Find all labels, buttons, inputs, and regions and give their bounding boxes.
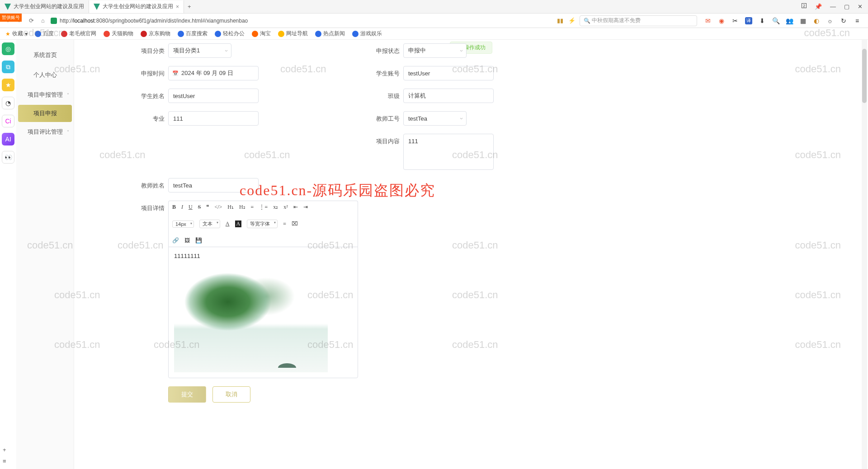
search-placeholder: 中秋假期高速不免费 (592, 17, 641, 24)
bookmark-item[interactable]: 百度 (35, 30, 54, 38)
download-icon[interactable]: ⬇ (759, 17, 766, 24)
address-bar: ‹ › ⟳ ⌂ http://localhost:8080/springboot… (0, 14, 868, 28)
refresh-icon[interactable]: ↻ (840, 17, 847, 24)
new-tab-button[interactable]: + (184, 3, 195, 10)
search-icon: 🔍 (584, 18, 590, 24)
home-button[interactable]: ⌂ (39, 17, 47, 24)
weibo-icon[interactable]: ◉ (718, 17, 725, 24)
bookmark-item[interactable]: 网址导航 (278, 30, 308, 38)
minimize-icon[interactable]: — (830, 3, 836, 10)
tab-favicon-icon (5, 4, 11, 10)
grid-icon[interactable]: ▦ (799, 17, 807, 24)
circle-icon[interactable]: ◐ (813, 17, 820, 24)
scissors-icon[interactable]: ✂ (731, 17, 739, 24)
bookmarks-bar: ★收藏 ▾ 百度 老毛桃官网 天猫购物 京东购物 百度搜索 轻松办公 淘宝 网址… (0, 28, 868, 40)
url-text: http://localhost:8080/springbootw6f1g/ad… (60, 18, 248, 24)
tab-favicon-icon (94, 4, 100, 10)
close-window-icon[interactable]: ✕ (858, 3, 863, 10)
toolbar-icons: ✉ ◉ ✂ 译 ⬇ 🔍 👥 ▦ ◐ ☼ ↻ ≡ (701, 17, 864, 24)
flash-icon[interactable]: ⚡ (568, 17, 576, 24)
bookmark-item[interactable]: 淘宝 (252, 30, 271, 38)
bookmark-item[interactable]: 天猫购物 (104, 30, 133, 38)
browser-titlebar: 大学生创业网站的建设及应用 大学生创业网站的建设及应用 × + 2 📌 — ▢ … (0, 0, 868, 14)
bookmark-item[interactable]: 京东购物 (141, 30, 170, 38)
bookmark-item[interactable]: 游戏娱乐 (352, 30, 382, 38)
mail-icon[interactable]: ✉ (704, 17, 712, 24)
reload-button[interactable]: ⟳ (27, 17, 35, 24)
sun-icon[interactable]: ☼ (826, 17, 834, 24)
shield-icon (51, 18, 57, 24)
tab-title: 大学生创业网站的建设及应用 (103, 3, 173, 10)
bookmark-item[interactable]: 百度搜索 (178, 30, 208, 38)
favorites-button[interactable]: ★收藏 ▾ (5, 30, 28, 38)
url-field[interactable]: http://localhost:8080/springbootw6f1g/ad… (51, 18, 552, 24)
bookmark-item[interactable]: 热点新闻 (315, 30, 345, 38)
search-input[interactable]: 🔍 中秋假期高速不免费 (580, 15, 697, 26)
browser-tab[interactable]: 大学生创业网站的建设及应用 (0, 0, 89, 13)
people-icon[interactable]: 👥 (786, 17, 793, 24)
browser-tab[interactable]: 大学生创业网站的建设及应用 × (89, 0, 184, 13)
tab-title: 大学生创业网站的建设及应用 (14, 3, 84, 10)
pin-icon[interactable]: 📌 (815, 3, 822, 10)
translate-icon[interactable]: 译 (745, 17, 752, 24)
extension-icon[interactable]: 🔍 (772, 17, 779, 24)
window-controls: 2 📌 — ▢ ✕ (796, 3, 868, 10)
menu-icon[interactable]: ≡ (854, 17, 861, 24)
tab-count-icon[interactable]: 2 (802, 3, 807, 8)
scan-icon[interactable]: ▮▮ (556, 17, 564, 24)
bookmark-item[interactable]: 老毛桃官网 (61, 30, 96, 38)
maximize-icon[interactable]: ▢ (844, 3, 849, 10)
left-badge: 暂供账号 (0, 14, 22, 22)
close-icon[interactable]: × (176, 4, 179, 10)
bookmark-item[interactable]: 轻松办公 (215, 30, 245, 38)
